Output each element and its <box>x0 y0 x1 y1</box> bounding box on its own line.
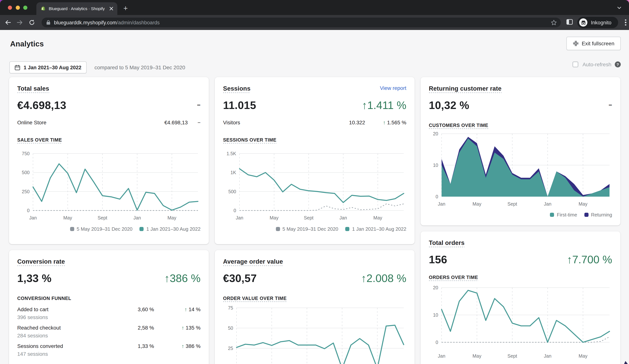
auto-refresh-row: Auto-refresh ? <box>572 61 621 67</box>
legend-label: 5 May 2019–31 Dec 2020 <box>283 226 338 232</box>
svg-text:500: 500 <box>228 189 236 194</box>
svg-text:Jan: Jan <box>236 215 243 220</box>
legend-label: 5 May 2019–31 Dec 2020 <box>77 226 133 232</box>
funnel-step-sessions: 284 sessions <box>17 333 120 339</box>
returning-customer-rate-card: Returning customer rate 10,32 % − CUSTOM… <box>421 77 620 225</box>
view-report-link[interactable]: View report <box>380 85 406 91</box>
card-title[interactable]: Conversion rate <box>17 258 65 266</box>
minimize-icon <box>573 40 579 46</box>
card-title[interactable]: Sessions <box>223 85 251 93</box>
legend-item: 5 May 2019–31 Dec 2020 <box>276 226 338 232</box>
url-bar[interactable]: blueguarddk.myshopify.com/admin/dashboar… <box>42 18 561 27</box>
svg-text:Jan: Jan <box>544 353 551 359</box>
svg-text:500: 500 <box>22 170 30 175</box>
chart-label: CUSTOMERS OVER TIME <box>429 123 488 129</box>
new-tab-button[interactable]: + <box>121 4 130 13</box>
side-panel-icon[interactable] <box>567 19 573 26</box>
legend-swatch-current <box>345 227 349 231</box>
auto-refresh-checkbox[interactable] <box>572 61 578 67</box>
back-icon[interactable] <box>3 18 12 27</box>
card-title[interactable]: Total sales <box>17 85 49 93</box>
legend-label: First-time <box>557 212 577 218</box>
returning-rate-change: − <box>609 102 612 109</box>
help-icon[interactable]: ? <box>615 61 621 67</box>
card-title[interactable]: Returning customer rate <box>429 85 501 93</box>
legend-label: Returning <box>591 212 612 218</box>
funnel-step-change: ↑ 386 % <box>154 343 200 357</box>
metric-change: ↑ 1.565 % <box>375 119 406 125</box>
svg-text:1.5K: 1.5K <box>227 151 236 156</box>
menu-dots-icon[interactable] <box>622 19 629 25</box>
url-host: blueguarddk.myshopify.com <box>54 20 117 25</box>
url-path: /admin/dashboards <box>117 20 160 25</box>
forward-icon[interactable] <box>15 18 24 27</box>
svg-text:20: 20 <box>433 285 438 290</box>
svg-text:10: 10 <box>433 312 438 318</box>
legend-swatch-previous <box>276 227 280 231</box>
funnel-step-label: Reached checkout <box>17 325 120 331</box>
svg-text:May: May <box>579 353 588 359</box>
svg-text:Jan: Jan <box>438 201 445 206</box>
funnel-step-main: Reached checkout284 sessions <box>17 325 120 339</box>
funnel-row: Sessions converted147 sessions 1,33 % ↑ … <box>17 343 200 357</box>
funnel-step-change: ↑ 14 % <box>154 306 200 320</box>
svg-text:0: 0 <box>27 208 30 213</box>
sessions-over-time-chart: 05001K1.5KJanMaySeptJanMay <box>223 151 406 222</box>
svg-text:50: 50 <box>228 325 233 331</box>
svg-text:Jan: Jan <box>339 215 347 220</box>
chart-label: SALES OVER TIME <box>17 137 62 144</box>
funnel-row: Reached checkout284 sessions 2,58 % ↑ 13… <box>17 325 200 339</box>
chart-label: ORDER VALUE OVER TIME <box>223 296 287 302</box>
bookmark-star-icon[interactable] <box>551 19 557 26</box>
legend-swatch-first-time <box>550 213 554 217</box>
date-range-button[interactable]: 1 Jan 2021–30 Aug 2022 <box>9 61 87 73</box>
order-value-over-time-chart: 0255075JanMaySeptJanMay <box>223 305 406 364</box>
metric-label: Visitors <box>223 119 349 125</box>
tab-close-icon[interactable] <box>108 6 114 12</box>
svg-text:May: May <box>472 353 481 359</box>
funnel-step-main: Added to cart396 sessions <box>17 306 120 320</box>
window-minimize-button[interactable] <box>15 5 20 9</box>
total-sales-value: €4.698,13 <box>17 99 66 111</box>
svg-text:May: May <box>579 201 588 206</box>
reload-icon[interactable] <box>27 18 36 27</box>
svg-text:750: 750 <box>22 151 30 156</box>
legend-item: 5 May 2019–31 Dec 2020 <box>70 226 133 232</box>
svg-text:Sept: Sept <box>507 201 517 206</box>
exit-fullscreen-button[interactable]: Exit fullscreen <box>566 37 621 50</box>
legend-swatch-returning <box>584 213 588 217</box>
returning-rate-value: 10,32 % <box>429 99 469 111</box>
funnel-step-value: 3,60 % <box>120 306 154 320</box>
card-title[interactable]: Average order value <box>223 258 283 266</box>
svg-text:May: May <box>270 215 279 220</box>
legend-item: First-time <box>550 212 577 218</box>
metric-change: − <box>197 119 200 125</box>
total-sales-card: Total sales €4.698,13 − Online Store €4.… <box>9 77 209 244</box>
aov-change: ↑2.008 % <box>361 272 406 284</box>
chart-legend: 5 May 2019–31 Dec 2020 1 Jan 2021–30 Aug… <box>70 226 200 232</box>
tab-title: Blueguard · Analytics · Shopify <box>49 6 106 11</box>
funnel-step-sessions: 147 sessions <box>17 351 120 357</box>
conversion-rate-value: 1,33 % <box>17 272 51 284</box>
orders-over-time-chart: 01020JanMaySeptJanMay <box>429 285 612 363</box>
chart-label: SESSIONS OVER TIME <box>223 137 277 144</box>
window-close-button[interactable] <box>8 5 12 9</box>
funnel-row: Added to cart396 sessions 3,60 % ↑ 14 % <box>17 306 200 320</box>
conversion-rate-card: Conversion rate 1,33 % ↑386 % CONVERSION… <box>9 250 209 364</box>
svg-text:25: 25 <box>228 346 233 351</box>
svg-text:Sept: Sept <box>304 215 313 220</box>
sales-over-time-chart: 0250500750JanMaySeptJanMay <box>17 151 200 222</box>
tab-search-chevron-icon[interactable] <box>617 5 622 12</box>
window-zoom-button[interactable] <box>23 5 27 9</box>
card-title[interactable]: Total orders <box>429 239 465 248</box>
browser-titlebar: Blueguard · Analytics · Shopify + <box>0 0 629 15</box>
total-orders-card: Total orders 156 ↑7.700 % ORDERS OVER TI… <box>421 231 620 364</box>
compared-to-text: compared to 5 May 2019–31 Dec 2020 <box>94 64 185 70</box>
svg-text:Jan: Jan <box>438 353 445 359</box>
svg-text:10: 10 <box>433 163 438 168</box>
svg-text:Jan: Jan <box>134 215 141 220</box>
page-title: Analytics <box>10 40 44 48</box>
browser-tab[interactable]: Blueguard · Analytics · Shopify <box>36 2 117 15</box>
metric-row: Online Store €4.698,13 − <box>17 119 200 125</box>
metric-value: 10.322 <box>349 119 365 125</box>
